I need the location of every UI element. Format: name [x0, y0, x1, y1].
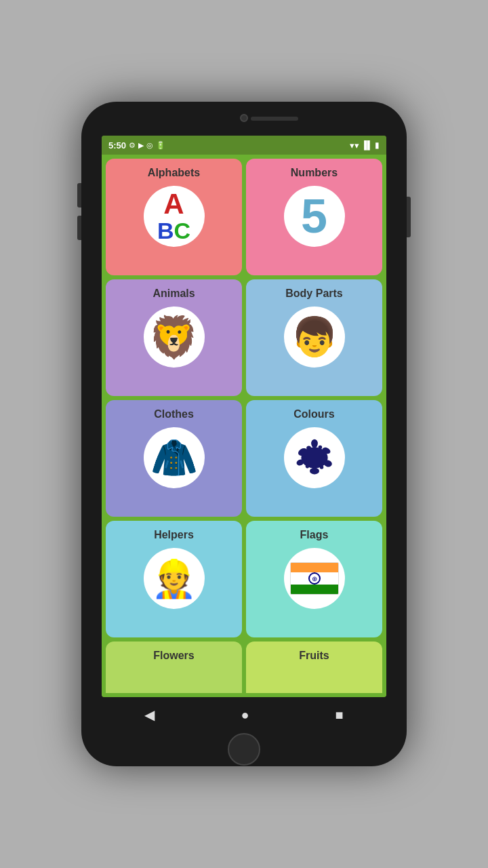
grid-item-body-parts[interactable]: Body Parts 👦 — [246, 279, 382, 396]
grid-item-animals[interactable]: Animals 🦁 — [106, 279, 242, 396]
flag-green-stripe — [291, 585, 338, 594]
abc-a: A — [163, 188, 184, 220]
grid-item-colours[interactable]: Colours — [246, 400, 382, 517]
flag-white-stripe: ⊕ — [291, 572, 338, 585]
svg-point-12 — [319, 465, 323, 469]
numbers-label: Numbers — [291, 167, 338, 179]
phone-top-bar — [81, 102, 407, 136]
ashoka-chakra: ⊕ — [308, 572, 321, 585]
recent-button[interactable]: ■ — [335, 707, 343, 723]
back-button[interactable]: ◀ — [144, 707, 155, 723]
helpers-icon-circle: 👷 — [144, 548, 205, 609]
numbers-icon-circle: 5 — [284, 186, 345, 247]
colours-icon-circle — [284, 427, 345, 488]
volume-up-button[interactable] — [77, 183, 81, 208]
grid-item-fruits[interactable]: Fruits — [246, 642, 382, 693]
fruits-label: Fruits — [299, 650, 329, 662]
grid-item-helpers[interactable]: Helpers 👷 — [106, 521, 242, 637]
abc-icon: A BC — [157, 190, 190, 243]
alphabets-label: Alphabets — [148, 167, 200, 179]
india-flag-icon: ⊕ — [290, 562, 339, 595]
volume-down-button[interactable] — [77, 216, 81, 240]
grid-item-alphabets[interactable]: Alphabets A BC — [106, 159, 242, 275]
battery-icon: ▮ — [375, 140, 380, 150]
svg-point-5 — [310, 468, 319, 475]
jacket-icon: 🧥 — [150, 435, 198, 480]
status-time: 5:50 — [108, 140, 126, 151]
flowers-label: Flowers — [153, 650, 194, 662]
svg-point-11 — [305, 465, 309, 469]
animals-label: Animals — [152, 288, 195, 300]
svg-point-8 — [318, 446, 322, 450]
main-grid: Alphabets A BC Numbers 5 Animals — [102, 155, 386, 697]
svg-point-7 — [306, 446, 311, 451]
play-icon: ▶ — [138, 141, 144, 150]
target-icon: ◎ — [146, 141, 153, 150]
number-5-icon: 5 — [301, 193, 327, 240]
clothes-icon-circle: 🧥 — [144, 427, 205, 488]
wifi-icon: ▾▾ — [350, 140, 359, 151]
grid-item-numbers[interactable]: Numbers 5 — [246, 159, 382, 275]
person-icon: 👦 — [291, 315, 338, 359]
svg-point-10 — [321, 456, 326, 460]
worker-icon: 👷 — [151, 557, 197, 600]
gear-icon: ⚙ — [129, 141, 136, 150]
lion-icon: 🦁 — [148, 313, 199, 361]
flags-label: Flags — [300, 529, 329, 541]
navigation-bar: ◀ ● ■ — [102, 697, 386, 732]
colours-label: Colours — [293, 408, 334, 420]
grid-item-flowers[interactable]: Flowers — [106, 642, 242, 693]
power-button[interactable] — [407, 197, 411, 237]
status-right: ▾▾ ▐▌ ▮ — [350, 140, 380, 151]
svg-point-9 — [303, 457, 307, 461]
abc-c: C — [174, 218, 191, 243]
grid-item-clothes[interactable]: Clothes 🧥 — [106, 400, 242, 517]
signal-icon: ▐▌ — [361, 140, 373, 150]
battery-small-icon: 🔋 — [156, 141, 165, 150]
animals-icon-circle: 🦁 — [144, 307, 205, 368]
screen: 5:50 ⚙ ▶ ◎ 🔋 ▾▾ ▐▌ ▮ Alphabets A BC — [102, 136, 386, 697]
status-bar: 5:50 ⚙ ▶ ◎ 🔋 ▾▾ ▐▌ ▮ — [102, 136, 386, 155]
alphabets-icon-circle: A BC — [144, 186, 205, 247]
body-parts-icon-circle: 👦 — [284, 307, 345, 368]
grid-item-flags[interactable]: Flags ⊕ — [246, 521, 382, 637]
splat-icon — [291, 434, 338, 481]
phone-shell: 5:50 ⚙ ▶ ◎ 🔋 ▾▾ ▐▌ ▮ Alphabets A BC — [81, 102, 407, 766]
svg-point-6 — [311, 439, 318, 448]
phone-bottom-bar — [81, 732, 407, 766]
speaker — [251, 117, 298, 121]
status-left: 5:50 ⚙ ▶ ◎ 🔋 — [108, 140, 165, 151]
body-parts-label: Body Parts — [285, 288, 342, 300]
clothes-label: Clothes — [154, 408, 194, 420]
home-button[interactable]: ● — [241, 707, 249, 723]
abc-b: B — [157, 218, 174, 243]
camera — [240, 114, 248, 122]
physical-home-button[interactable] — [228, 733, 260, 766]
flag-orange-stripe — [291, 563, 338, 572]
helpers-label: Helpers — [154, 529, 194, 541]
flags-icon-circle: ⊕ — [284, 548, 345, 609]
